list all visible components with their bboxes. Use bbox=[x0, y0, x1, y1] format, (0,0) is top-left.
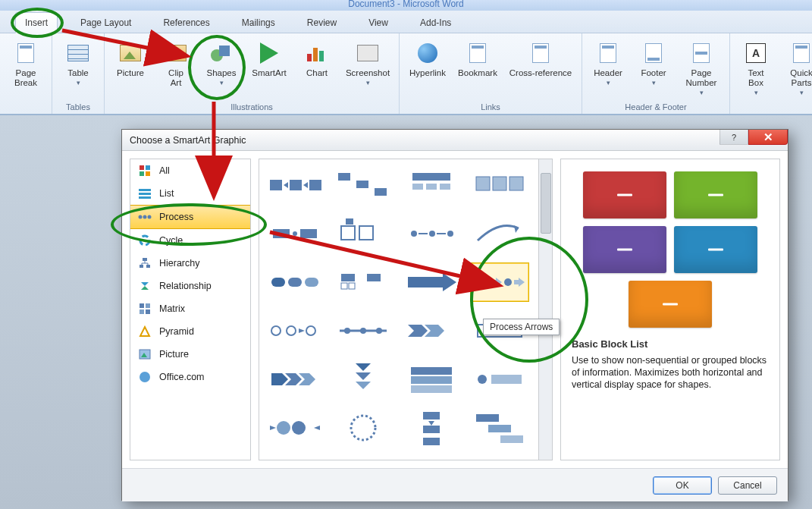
thumb-basic-process[interactable] bbox=[265, 165, 324, 205]
scrollbar-thumb[interactable] bbox=[541, 173, 551, 234]
thumb-dotted-circle[interactable] bbox=[334, 408, 393, 448]
header-button[interactable]: Header ▾ bbox=[588, 38, 628, 98]
svg-rect-39 bbox=[476, 177, 490, 190]
quick-parts-button[interactable]: Quick Parts ▾ bbox=[782, 38, 812, 98]
hyperlink-button[interactable]: Hyperlink bbox=[406, 38, 450, 78]
shapes-dropdown-icon: ▾ bbox=[220, 78, 224, 88]
thumb-arrow-chevrons[interactable] bbox=[402, 311, 461, 350]
svg-point-12 bbox=[148, 215, 152, 219]
tab-references[interactable]: References bbox=[154, 13, 218, 33]
category-cycle[interactable]: Cycle bbox=[130, 229, 250, 252]
thumb-increasing-arrow[interactable] bbox=[470, 214, 529, 253]
tab-review[interactable]: Review bbox=[298, 13, 346, 33]
svg-rect-59 bbox=[349, 283, 355, 289]
category-list-item[interactable]: List bbox=[130, 182, 250, 205]
picture-button[interactable]: Picture bbox=[111, 38, 150, 88]
thumb-picture-accent[interactable] bbox=[470, 165, 529, 205]
tab-insert[interactable]: Insert bbox=[15, 12, 58, 33]
text-box-button[interactable]: A Text Box ▾ bbox=[736, 38, 776, 98]
svg-rect-34 bbox=[375, 188, 387, 196]
category-picture[interactable]: Picture bbox=[130, 343, 250, 366]
category-office[interactable]: Office.com bbox=[130, 366, 250, 388]
smartart-button[interactable]: SmartArt bbox=[247, 38, 291, 88]
thumb-step-process[interactable] bbox=[334, 165, 393, 205]
thumb-chevron-process[interactable] bbox=[265, 262, 324, 302]
tab-mailings[interactable]: Mailings bbox=[233, 13, 284, 33]
footer-button[interactable]: Footer ▾ bbox=[634, 38, 673, 98]
chart-button[interactable]: Chart bbox=[297, 38, 337, 88]
thumb-continuous-arrow[interactable] bbox=[402, 262, 461, 302]
category-process[interactable]: Process bbox=[130, 205, 250, 229]
thumb-staggered[interactable] bbox=[470, 408, 529, 448]
thumb-timeline[interactable] bbox=[334, 311, 393, 350]
thumb-sub-process[interactable] bbox=[402, 165, 461, 205]
svg-rect-15 bbox=[140, 265, 143, 268]
thumb-opposing-arrows[interactable] bbox=[265, 408, 324, 448]
preview-block-4 bbox=[674, 226, 757, 273]
svg-rect-20 bbox=[146, 303, 150, 308]
text-box-label: Text Box bbox=[748, 68, 763, 88]
shapes-button[interactable]: Shapes ▾ bbox=[202, 38, 241, 88]
category-list-label: List bbox=[159, 188, 174, 199]
svg-rect-87 bbox=[491, 375, 522, 384]
svg-rect-4 bbox=[146, 165, 150, 170]
thumb-vertical-chevrons[interactable] bbox=[334, 360, 393, 399]
svg-rect-21 bbox=[140, 309, 144, 314]
list-icon bbox=[138, 187, 152, 200]
dialog-titlebar[interactable]: Choose a SmartArt Graphic ? ✕ bbox=[122, 130, 788, 151]
category-cycle-label: Cycle bbox=[159, 235, 183, 246]
cross-reference-button[interactable]: Cross-reference bbox=[506, 38, 575, 78]
preview-pane: Basic Block List Use to show non-sequent… bbox=[560, 159, 780, 460]
svg-marker-91 bbox=[314, 426, 320, 430]
preview-block-1 bbox=[583, 171, 666, 218]
thumb-chevron-closed[interactable] bbox=[265, 360, 324, 399]
page-number-button[interactable]: Page Number ▾ bbox=[679, 38, 723, 98]
thumb-vertical-process[interactable] bbox=[402, 408, 461, 448]
category-relationship[interactable]: Relationship bbox=[130, 275, 250, 297]
thumb-accent-process[interactable] bbox=[334, 214, 393, 253]
chart-icon bbox=[305, 41, 329, 65]
ok-button[interactable]: OK bbox=[653, 476, 712, 495]
cancel-button[interactable]: Cancel bbox=[718, 476, 777, 495]
svg-rect-16 bbox=[146, 265, 150, 268]
page-break-button[interactable]: Page Break bbox=[6, 38, 45, 88]
svg-point-69 bbox=[306, 326, 315, 335]
thumb-process-arrows[interactable] bbox=[470, 262, 529, 302]
bookmark-button[interactable]: Bookmark bbox=[456, 38, 500, 78]
svg-rect-37 bbox=[426, 184, 437, 190]
svg-marker-30 bbox=[303, 182, 308, 188]
group-illustrations: Picture Clip Art Shapes ▾ SmartArt Chart bbox=[105, 33, 400, 114]
table-button[interactable]: Table ▾ bbox=[58, 38, 98, 88]
picture-label: Picture bbox=[117, 68, 144, 78]
category-pyramid[interactable]: Pyramid bbox=[130, 320, 250, 343]
svg-rect-83 bbox=[411, 367, 452, 375]
category-matrix[interactable]: Matrix bbox=[130, 297, 250, 320]
thumb-alternating-flow[interactable] bbox=[265, 214, 324, 253]
cross-reference-icon bbox=[528, 41, 553, 65]
category-all[interactable]: All bbox=[130, 159, 250, 182]
table-dropdown-icon: ▾ bbox=[77, 78, 80, 88]
page-number-label: Page Number bbox=[686, 68, 717, 88]
tab-view[interactable]: View bbox=[359, 13, 397, 33]
category-hierarchy[interactable]: Hierarchy bbox=[130, 252, 250, 275]
gallery-scroll[interactable] bbox=[259, 159, 538, 460]
svg-marker-65 bbox=[514, 278, 525, 287]
gallery-scrollbar[interactable] bbox=[538, 159, 552, 460]
thumb-detailed-process[interactable] bbox=[334, 262, 393, 302]
thumb-continuous-block[interactable] bbox=[402, 360, 461, 399]
thumb-circle-process[interactable] bbox=[265, 311, 324, 350]
hierarchy-icon bbox=[138, 256, 152, 270]
close-button[interactable]: ✕ bbox=[748, 130, 788, 145]
tab-page-layout[interactable]: Page Layout bbox=[71, 13, 140, 33]
svg-point-72 bbox=[360, 328, 366, 334]
thumb-circle-arrows[interactable] bbox=[402, 214, 461, 253]
smartart-label: SmartArt bbox=[252, 68, 286, 78]
svg-marker-28 bbox=[284, 182, 288, 188]
svg-marker-77 bbox=[271, 373, 288, 385]
window-title: Document3 - Microsoft Word bbox=[348, 0, 464, 9]
clip-art-button[interactable]: Clip Art bbox=[156, 38, 196, 88]
screenshot-button[interactable]: Screenshot ▾ bbox=[343, 38, 393, 88]
thumb-result-process[interactable] bbox=[470, 360, 529, 399]
tab-addins[interactable]: Add-Ins bbox=[411, 13, 460, 33]
help-button[interactable]: ? bbox=[720, 130, 748, 145]
